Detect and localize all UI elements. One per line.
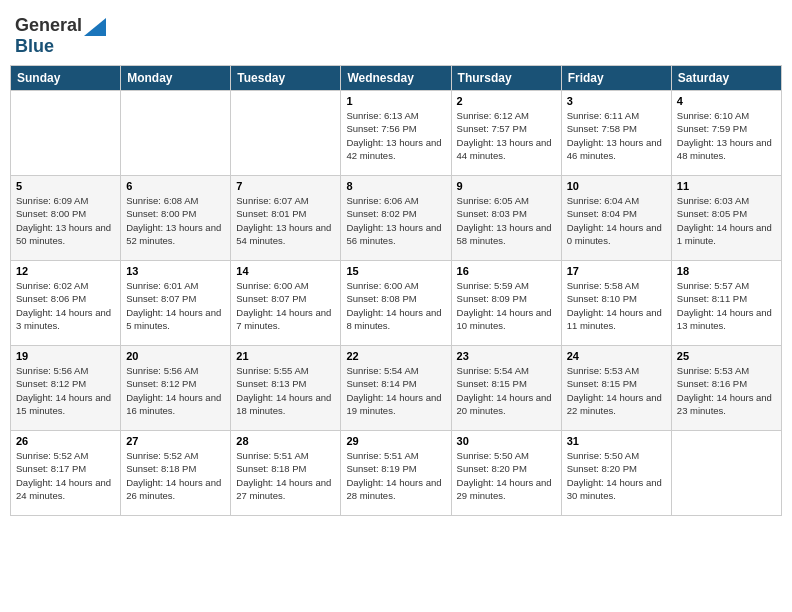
day-number: 25 [677,350,776,362]
day-header-saturday: Saturday [671,66,781,91]
day-info: Sunrise: 6:05 AM Sunset: 8:03 PM Dayligh… [457,194,556,247]
day-number: 22 [346,350,445,362]
logo: General Blue [15,15,106,57]
day-info: Sunrise: 5:56 AM Sunset: 8:12 PM Dayligh… [16,364,115,417]
calendar-cell: 25Sunrise: 5:53 AM Sunset: 8:16 PM Dayli… [671,346,781,431]
calendar-cell: 8Sunrise: 6:06 AM Sunset: 8:02 PM Daylig… [341,176,451,261]
day-number: 31 [567,435,666,447]
day-number: 4 [677,95,776,107]
calendar-cell: 12Sunrise: 6:02 AM Sunset: 8:06 PM Dayli… [11,261,121,346]
day-number: 12 [16,265,115,277]
calendar-cell: 14Sunrise: 6:00 AM Sunset: 8:07 PM Dayli… [231,261,341,346]
day-number: 26 [16,435,115,447]
calendar-cell: 7Sunrise: 6:07 AM Sunset: 8:01 PM Daylig… [231,176,341,261]
calendar-cell: 13Sunrise: 6:01 AM Sunset: 8:07 PM Dayli… [121,261,231,346]
calendar-cell: 20Sunrise: 5:56 AM Sunset: 8:12 PM Dayli… [121,346,231,431]
svg-marker-0 [84,18,106,36]
logo-blue-text: Blue [15,36,54,57]
day-info: Sunrise: 5:51 AM Sunset: 8:18 PM Dayligh… [236,449,335,502]
calendar-week-row: 1Sunrise: 6:13 AM Sunset: 7:56 PM Daylig… [11,91,782,176]
calendar-cell: 27Sunrise: 5:52 AM Sunset: 8:18 PM Dayli… [121,431,231,516]
day-info: Sunrise: 5:59 AM Sunset: 8:09 PM Dayligh… [457,279,556,332]
calendar-cell: 10Sunrise: 6:04 AM Sunset: 8:04 PM Dayli… [561,176,671,261]
calendar-week-row: 19Sunrise: 5:56 AM Sunset: 8:12 PM Dayli… [11,346,782,431]
day-info: Sunrise: 6:09 AM Sunset: 8:00 PM Dayligh… [16,194,115,247]
day-header-wednesday: Wednesday [341,66,451,91]
day-number: 20 [126,350,225,362]
day-number: 3 [567,95,666,107]
calendar-cell: 29Sunrise: 5:51 AM Sunset: 8:19 PM Dayli… [341,431,451,516]
day-number: 24 [567,350,666,362]
calendar-cell: 18Sunrise: 5:57 AM Sunset: 8:11 PM Dayli… [671,261,781,346]
calendar-cell: 22Sunrise: 5:54 AM Sunset: 8:14 PM Dayli… [341,346,451,431]
day-info: Sunrise: 5:56 AM Sunset: 8:12 PM Dayligh… [126,364,225,417]
calendar-cell: 5Sunrise: 6:09 AM Sunset: 8:00 PM Daylig… [11,176,121,261]
calendar-cell: 31Sunrise: 5:50 AM Sunset: 8:20 PM Dayli… [561,431,671,516]
calendar-cell [231,91,341,176]
day-info: Sunrise: 6:00 AM Sunset: 8:07 PM Dayligh… [236,279,335,332]
day-info: Sunrise: 5:50 AM Sunset: 8:20 PM Dayligh… [457,449,556,502]
logo-icon [84,18,106,34]
day-number: 29 [346,435,445,447]
day-header-thursday: Thursday [451,66,561,91]
day-number: 21 [236,350,335,362]
calendar-week-row: 5Sunrise: 6:09 AM Sunset: 8:00 PM Daylig… [11,176,782,261]
day-info: Sunrise: 6:01 AM Sunset: 8:07 PM Dayligh… [126,279,225,332]
day-header-monday: Monday [121,66,231,91]
logo-general-text: General [15,15,82,36]
day-number: 23 [457,350,556,362]
day-number: 19 [16,350,115,362]
day-info: Sunrise: 6:08 AM Sunset: 8:00 PM Dayligh… [126,194,225,247]
day-number: 1 [346,95,445,107]
calendar-cell: 11Sunrise: 6:03 AM Sunset: 8:05 PM Dayli… [671,176,781,261]
day-info: Sunrise: 5:53 AM Sunset: 8:15 PM Dayligh… [567,364,666,417]
day-info: Sunrise: 6:04 AM Sunset: 8:04 PM Dayligh… [567,194,666,247]
calendar-cell: 2Sunrise: 6:12 AM Sunset: 7:57 PM Daylig… [451,91,561,176]
day-info: Sunrise: 6:12 AM Sunset: 7:57 PM Dayligh… [457,109,556,162]
day-info: Sunrise: 6:02 AM Sunset: 8:06 PM Dayligh… [16,279,115,332]
day-header-sunday: Sunday [11,66,121,91]
calendar-cell [121,91,231,176]
day-number: 6 [126,180,225,192]
calendar-cell: 28Sunrise: 5:51 AM Sunset: 8:18 PM Dayli… [231,431,341,516]
day-number: 30 [457,435,556,447]
day-info: Sunrise: 5:53 AM Sunset: 8:16 PM Dayligh… [677,364,776,417]
day-header-friday: Friday [561,66,671,91]
calendar-header-row: SundayMondayTuesdayWednesdayThursdayFrid… [11,66,782,91]
calendar-cell: 3Sunrise: 6:11 AM Sunset: 7:58 PM Daylig… [561,91,671,176]
day-number: 13 [126,265,225,277]
calendar-cell: 23Sunrise: 5:54 AM Sunset: 8:15 PM Dayli… [451,346,561,431]
calendar-table: SundayMondayTuesdayWednesdayThursdayFrid… [10,65,782,516]
day-info: Sunrise: 5:51 AM Sunset: 8:19 PM Dayligh… [346,449,445,502]
calendar-cell: 1Sunrise: 6:13 AM Sunset: 7:56 PM Daylig… [341,91,451,176]
day-number: 16 [457,265,556,277]
day-info: Sunrise: 5:57 AM Sunset: 8:11 PM Dayligh… [677,279,776,332]
day-number: 8 [346,180,445,192]
day-number: 11 [677,180,776,192]
day-number: 15 [346,265,445,277]
calendar-cell: 9Sunrise: 6:05 AM Sunset: 8:03 PM Daylig… [451,176,561,261]
calendar-cell [11,91,121,176]
calendar-cell: 17Sunrise: 5:58 AM Sunset: 8:10 PM Dayli… [561,261,671,346]
calendar-cell [671,431,781,516]
calendar-cell: 21Sunrise: 5:55 AM Sunset: 8:13 PM Dayli… [231,346,341,431]
calendar-cell: 4Sunrise: 6:10 AM Sunset: 7:59 PM Daylig… [671,91,781,176]
day-info: Sunrise: 6:06 AM Sunset: 8:02 PM Dayligh… [346,194,445,247]
day-info: Sunrise: 6:07 AM Sunset: 8:01 PM Dayligh… [236,194,335,247]
day-info: Sunrise: 5:52 AM Sunset: 8:18 PM Dayligh… [126,449,225,502]
day-info: Sunrise: 5:54 AM Sunset: 8:15 PM Dayligh… [457,364,556,417]
calendar-cell: 15Sunrise: 6:00 AM Sunset: 8:08 PM Dayli… [341,261,451,346]
day-header-tuesday: Tuesday [231,66,341,91]
page-header: General Blue [10,10,782,57]
day-info: Sunrise: 5:52 AM Sunset: 8:17 PM Dayligh… [16,449,115,502]
day-info: Sunrise: 5:50 AM Sunset: 8:20 PM Dayligh… [567,449,666,502]
day-number: 2 [457,95,556,107]
calendar-cell: 26Sunrise: 5:52 AM Sunset: 8:17 PM Dayli… [11,431,121,516]
calendar-cell: 6Sunrise: 6:08 AM Sunset: 8:00 PM Daylig… [121,176,231,261]
day-info: Sunrise: 6:03 AM Sunset: 8:05 PM Dayligh… [677,194,776,247]
day-info: Sunrise: 6:00 AM Sunset: 8:08 PM Dayligh… [346,279,445,332]
day-number: 18 [677,265,776,277]
calendar-week-row: 26Sunrise: 5:52 AM Sunset: 8:17 PM Dayli… [11,431,782,516]
day-number: 27 [126,435,225,447]
day-number: 7 [236,180,335,192]
